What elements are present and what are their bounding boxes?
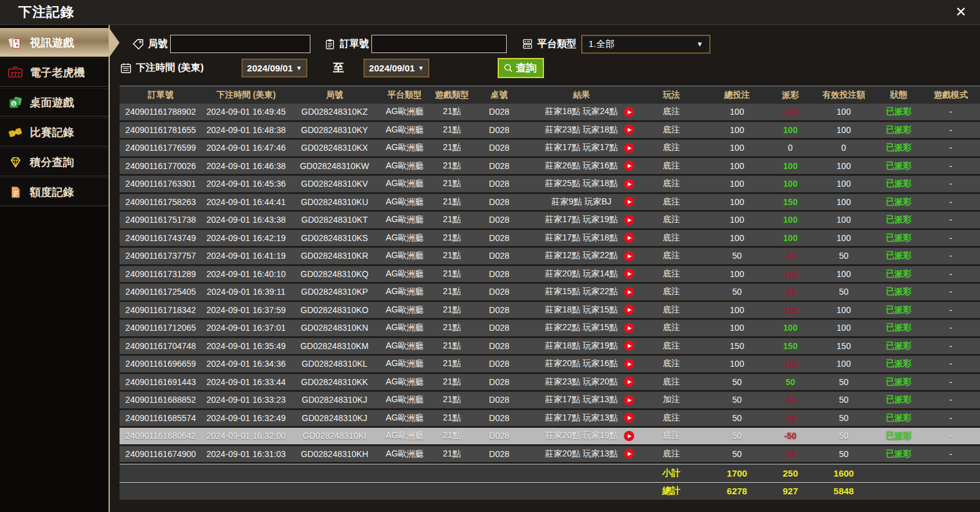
- play-video-icon[interactable]: ▶: [624, 305, 634, 315]
- cell-payout: 100: [769, 233, 812, 243]
- table-row[interactable]: 2409011616749002024-09-01 16:31:03GD0282…: [120, 446, 980, 464]
- cell-game-type: 21點: [431, 322, 473, 333]
- play-video-icon[interactable]: ▶: [624, 251, 634, 261]
- search-button-label: 查詢: [516, 61, 537, 75]
- play-video-icon[interactable]: ▶: [624, 359, 634, 369]
- table-row[interactable]: 2409011617517382024-09-01 16:43:38GD0282…: [120, 212, 980, 230]
- play-video-icon[interactable]: ▶: [624, 413, 634, 423]
- cell-valid-bet: 100: [812, 197, 876, 207]
- close-icon[interactable]: ✕: [956, 5, 967, 19]
- sidebar-item-1[interactable]: 9K♥視訊遊戲: [0, 28, 109, 57]
- play-video-icon[interactable]: ▶: [624, 323, 634, 333]
- play-video-icon[interactable]: ▶: [624, 143, 634, 153]
- cell-table-no: D028: [473, 341, 525, 351]
- column-header-round-no: 局號: [290, 90, 379, 101]
- cell-status: 已派彩: [876, 197, 921, 207]
- cell-bet-time: 2024-09-01 16:44:41: [202, 197, 290, 207]
- cell-table-no: D028: [473, 197, 525, 207]
- sidebar-item-6[interactable]: 額度記錄: [0, 178, 109, 206]
- play-video-icon[interactable]: ▶: [624, 377, 634, 387]
- grand-total-row-total-bet: 6278: [705, 486, 769, 496]
- table-row[interactable]: 2409011617889022024-09-01 16:49:45GD0282…: [120, 104, 980, 122]
- table-row[interactable]: 2409011617437492024-09-01 16:42:19GD0282…: [120, 230, 980, 248]
- play-video-icon[interactable]: ▶: [624, 269, 634, 279]
- search-button[interactable]: 查詢: [498, 58, 544, 78]
- play-video-icon[interactable]: ▶: [624, 431, 634, 441]
- sidebar-item-3[interactable]: $桌面遊戲: [0, 88, 109, 117]
- round-number-input[interactable]: [170, 35, 310, 53]
- result-text: 莊家17點 玩家13點: [545, 394, 618, 405]
- cell-bet-type: 底注: [638, 233, 705, 243]
- play-video-icon[interactable]: ▶: [624, 160, 634, 171]
- cell-round-no: GD028248310KW: [290, 161, 379, 171]
- cell-game-mode: -: [921, 143, 980, 153]
- play-video-icon[interactable]: ▶: [624, 449, 634, 459]
- cell-bet-time: 2024-09-01 16:35:49: [202, 341, 290, 351]
- cell-total-bet: 100: [705, 305, 769, 315]
- cell-game-type: 21點: [431, 160, 473, 171]
- cell-result: 莊家15點 玩家22點▶: [525, 286, 638, 297]
- table-row[interactable]: 2409011617183422024-09-01 16:37:59GD0282…: [120, 302, 980, 320]
- table-row[interactable]: 2409011617377572024-09-01 16:41:19GD0282…: [120, 248, 980, 266]
- cell-total-bet: 100: [705, 143, 769, 153]
- table-row[interactable]: 2409011617816552024-09-01 16:48:38GD0282…: [120, 122, 980, 140]
- cell-status: 已派彩: [876, 233, 921, 243]
- sidebar-item-4[interactable]: 比賽記錄: [0, 118, 109, 146]
- table-row[interactable]: 2409011616855742024-09-01 16:32:49GD0282…: [120, 410, 980, 428]
- cell-status: 已派彩: [876, 394, 921, 405]
- play-video-icon[interactable]: ▶: [624, 107, 634, 117]
- table-row[interactable]: 2409011617312892024-09-01 16:40:10GD0282…: [120, 266, 980, 284]
- result-text: 莊家25點 玩家18點: [545, 178, 618, 189]
- play-video-icon[interactable]: ▶: [624, 124, 634, 135]
- result-text: 莊家23點 玩家20點: [545, 377, 618, 388]
- play-video-icon[interactable]: ▶: [624, 395, 634, 405]
- cell-game-type: 21點: [431, 250, 473, 261]
- table-row[interactable]: 2409011617633012024-09-01 16:45:36GD0282…: [120, 176, 980, 194]
- cell-round-no: GD028248310KV: [290, 179, 379, 189]
- date-to-picker[interactable]: 2024/09/01 ▼: [363, 59, 429, 78]
- table-row[interactable]: 2409011616966592024-09-01 16:34:36GD0282…: [120, 356, 980, 374]
- play-video-icon[interactable]: ▶: [624, 179, 634, 189]
- cell-payout: -100: [769, 269, 812, 279]
- sidebar-item-2[interactable]: 777電子老虎機: [0, 58, 109, 87]
- cell-game-mode: -: [921, 395, 980, 405]
- cell-payout: 100: [769, 161, 812, 171]
- play-video-icon[interactable]: ▶: [624, 341, 634, 351]
- cell-result: 莊家20點 玩家16點▶: [525, 358, 638, 369]
- cell-status: 已派彩: [876, 250, 921, 261]
- play-video-icon[interactable]: ▶: [624, 197, 634, 207]
- table-row[interactable]: 2409011617254052024-09-01 16:39:11GD0282…: [120, 284, 980, 302]
- platform-type-select[interactable]: 1.全部 ▼: [581, 35, 710, 54]
- cell-table-no: D028: [473, 305, 525, 315]
- play-video-icon[interactable]: ▶: [624, 215, 634, 225]
- cell-round-no: GD028248310KR: [290, 251, 379, 261]
- table-row[interactable]: 2409011616806422024-09-01 16:32:00GD0282…: [120, 428, 980, 446]
- platform-type-label: 平台類型: [537, 38, 576, 51]
- table-row[interactable]: 2409011616914432024-09-01 16:33:44GD0282…: [120, 374, 980, 392]
- table-row[interactable]: 2409011617582632024-09-01 16:44:41GD0282…: [120, 194, 980, 212]
- cell-bet-time: 2024-09-01 16:34:36: [202, 359, 290, 369]
- table-row[interactable]: 2409011617700262024-09-01 16:46:38GD0282…: [120, 158, 980, 176]
- cell-bet-time: 2024-09-01 16:33:23: [202, 395, 290, 405]
- table-row[interactable]: 2409011617047482024-09-01 16:35:49GD0282…: [120, 338, 980, 356]
- cell-payout: -50: [769, 395, 812, 405]
- cell-payout: -100: [769, 359, 812, 369]
- cell-status: 已派彩: [876, 322, 921, 333]
- play-video-icon[interactable]: ▶: [624, 233, 634, 243]
- play-video-icon[interactable]: ▶: [624, 287, 634, 297]
- table-row[interactable]: 2409011617765992024-09-01 16:47:46GD0282…: [120, 140, 980, 158]
- cell-valid-bet: 100: [812, 233, 876, 243]
- result-text: 莊家12點 玩家22點: [545, 250, 618, 261]
- table-row[interactable]: 2409011616888522024-09-01 16:33:23GD0282…: [120, 392, 980, 410]
- date-from-picker[interactable]: 2024/09/01 ▼: [241, 59, 307, 78]
- table-row[interactable]: 2409011617120652024-09-01 16:37:01GD0282…: [120, 320, 980, 338]
- order-number-input[interactable]: [371, 35, 507, 53]
- playing-cards-icon: 9K♥: [7, 35, 23, 50]
- cell-total-bet: 100: [705, 161, 769, 171]
- cell-game-type: 21點: [431, 178, 473, 189]
- server-icon: [521, 38, 534, 50]
- sidebar-item-5[interactable]: 積分查詢: [0, 148, 109, 176]
- cell-order-no: 240901161691443: [120, 377, 202, 387]
- cell-total-bet: 50: [705, 287, 769, 297]
- cell-bet-type: 底注: [638, 214, 705, 225]
